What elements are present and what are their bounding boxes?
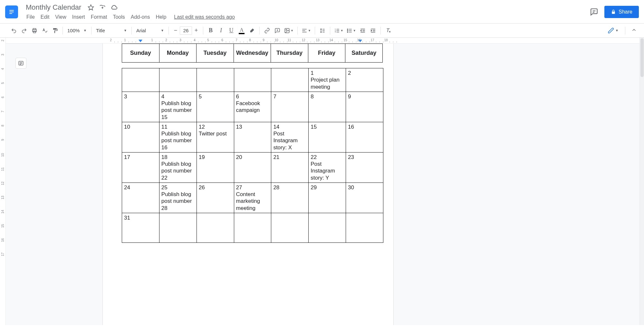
calendar-cell[interactable]: 28 [271, 183, 309, 213]
paint-format-button[interactable] [50, 26, 60, 35]
comments-icon[interactable] [590, 7, 599, 16]
insert-link-button[interactable] [262, 26, 272, 35]
calendar-body-table[interactable]: 1Project plan meeting234Publish blog pos… [122, 68, 383, 243]
calendar-cell[interactable]: 27Content marketing meeting [234, 183, 271, 213]
collapse-toolbar-button[interactable] [629, 26, 639, 35]
print-button[interactable] [30, 26, 39, 35]
calendar-cell[interactable]: 22Post Instagram story: Y [309, 152, 346, 183]
calendar-cell[interactable]: 25Publish blog post number 28 [159, 183, 197, 213]
menu-view[interactable]: View [53, 13, 69, 21]
calendar-cell[interactable]: 20 [234, 152, 271, 183]
horizontal-ruler[interactable]: 21123456789101112131415161718 [6, 38, 644, 44]
clear-formatting-button[interactable] [383, 26, 393, 35]
calendar-cell[interactable]: 5 [197, 92, 234, 122]
document-canvas[interactable]: SundayMondayTuesdayWednesdayThursdayFrid… [6, 44, 644, 325]
cloud-status-icon[interactable] [110, 4, 118, 11]
zoom-select[interactable]: 100%▼ [65, 26, 89, 35]
calendar-cell[interactable] [271, 213, 309, 242]
vertical-scrollbar[interactable] [639, 38, 644, 325]
move-icon[interactable] [99, 4, 106, 11]
calendar-cell[interactable] [122, 68, 159, 92]
calendar-cell[interactable]: 1Project plan meeting [309, 68, 346, 92]
calendar-cell[interactable]: 14Post Instagram story: X [271, 122, 309, 152]
star-icon[interactable] [87, 4, 95, 11]
menu-edit[interactable]: Edit [38, 13, 52, 21]
calendar-cell[interactable] [159, 213, 197, 242]
calendar-cell[interactable]: 10 [122, 122, 159, 152]
menu-insert[interactable]: Insert [70, 13, 88, 21]
vertical-ruler[interactable]: 234567891011121314151617 [0, 38, 6, 325]
calendar-cell[interactable] [309, 213, 346, 242]
calendar-cell[interactable]: 11Publish blog post number 16 [159, 122, 197, 152]
decrease-indent-button[interactable] [358, 26, 368, 35]
highlight-button[interactable] [247, 26, 257, 35]
styles-select[interactable]: Title▼ [94, 26, 129, 35]
indent-marker-left[interactable] [139, 40, 142, 42]
calendar-cell[interactable] [234, 68, 271, 92]
calendar-day-header[interactable]: Friday [308, 44, 345, 63]
calendar-cell[interactable]: 3 [122, 92, 159, 122]
calendar-cell[interactable]: 23 [346, 152, 383, 183]
calendar-cell[interactable]: 17 [122, 152, 159, 183]
redo-button[interactable] [19, 26, 29, 35]
calendar-cell[interactable]: 18Publish blog post number 22 [159, 152, 197, 183]
docs-logo[interactable] [5, 5, 18, 18]
menu-format[interactable]: Format [88, 13, 110, 21]
calendar-cell[interactable]: 24 [122, 183, 159, 213]
calendar-cell[interactable] [271, 68, 309, 92]
align-button[interactable]: ▼ [300, 26, 312, 35]
calendar-cell[interactable] [197, 68, 234, 92]
calendar-cell[interactable] [159, 68, 197, 92]
menu-tools[interactable]: Tools [110, 13, 127, 21]
calendar-day-header[interactable]: Monday [159, 44, 197, 63]
calendar-cell[interactable] [234, 213, 271, 242]
calendar-cell[interactable]: 31 [122, 213, 159, 242]
editing-mode-button[interactable]: ▼ [605, 26, 621, 35]
calendar-cell[interactable]: 30 [346, 183, 383, 213]
scrollbar-thumb[interactable] [640, 38, 644, 77]
bold-button[interactable]: B [206, 26, 216, 35]
calendar-cell[interactable] [197, 213, 234, 242]
underline-button[interactable]: U [226, 26, 236, 35]
calendar-day-header[interactable]: Sunday [122, 44, 159, 63]
font-size-increase[interactable]: + [192, 26, 200, 35]
font-select[interactable]: Arial▼ [134, 26, 166, 35]
text-color-button[interactable]: A [237, 26, 246, 35]
menu-file[interactable]: File [24, 13, 37, 21]
font-size-decrease[interactable]: − [171, 26, 180, 35]
bulleted-list-button[interactable]: ▼ [345, 26, 357, 35]
calendar-header-table[interactable]: SundayMondayTuesdayWednesdayThursdayFrid… [122, 44, 383, 63]
calendar-cell[interactable]: 19 [197, 152, 234, 183]
calendar-day-header[interactable]: Wednesday [234, 44, 271, 63]
outline-toggle[interactable] [15, 58, 26, 69]
calendar-cell[interactable]: 2 [346, 68, 383, 92]
calendar-cell[interactable]: 29 [309, 183, 346, 213]
calendar-cell[interactable] [346, 213, 383, 242]
calendar-cell[interactable]: 13 [234, 122, 271, 152]
calendar-cell[interactable]: 16 [346, 122, 383, 152]
calendar-day-header[interactable]: Thursday [271, 44, 308, 63]
calendar-day-header[interactable]: Tuesday [197, 44, 234, 63]
last-edit-link[interactable]: Last edit was seconds ago [174, 14, 235, 20]
italic-button[interactable]: I [216, 26, 226, 35]
calendar-cell[interactable]: 15 [309, 122, 346, 152]
calendar-cell[interactable]: 8 [309, 92, 346, 122]
calendar-cell[interactable]: 7 [271, 92, 309, 122]
insert-comment-button[interactable] [273, 26, 282, 35]
calendar-cell[interactable]: 6Facebook campaign [234, 92, 271, 122]
menu-help[interactable]: Help [153, 13, 169, 21]
font-size-input[interactable] [180, 26, 192, 35]
undo-button[interactable] [9, 26, 19, 35]
calendar-cell[interactable]: 9 [346, 92, 383, 122]
numbered-list-button[interactable]: 123▼ [333, 26, 345, 35]
calendar-cell[interactable]: 12Twitter post [197, 122, 234, 152]
increase-indent-button[interactable] [368, 26, 378, 35]
line-spacing-button[interactable] [318, 26, 327, 35]
insert-image-button[interactable]: ▼ [283, 26, 295, 35]
share-button[interactable]: Share [604, 6, 639, 18]
calendar-cell[interactable]: 4Publish blog post number 15 [159, 92, 197, 122]
calendar-cell[interactable]: 26 [197, 183, 234, 213]
doc-title[interactable]: Monthly Calendar [24, 3, 83, 12]
calendar-cell[interactable]: 21 [271, 152, 309, 183]
menu-addons[interactable]: Add-ons [128, 13, 153, 21]
